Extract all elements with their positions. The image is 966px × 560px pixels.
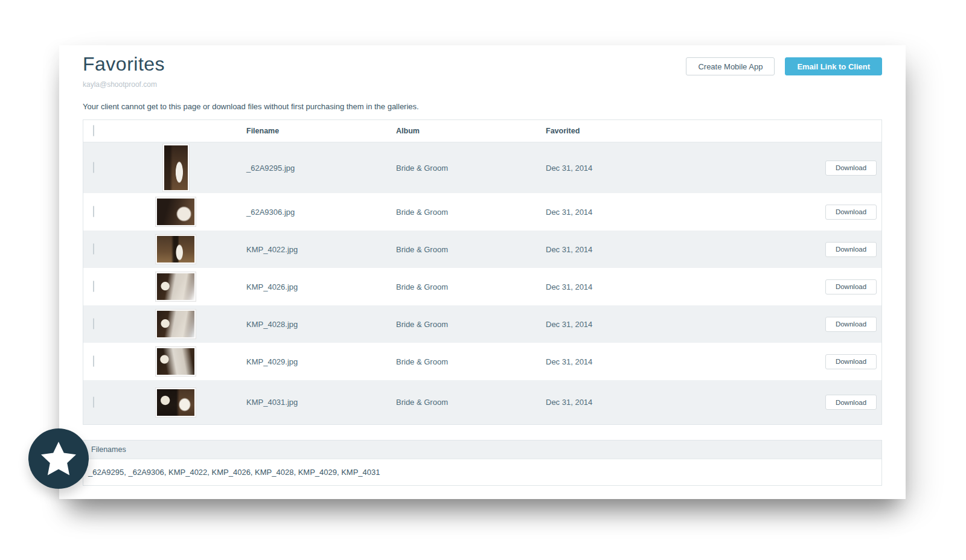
table-row: KMP_4031.jpg Bride & Groom Dec 31, 2014 … — [83, 380, 881, 424]
cell-album: Bride & Groom — [387, 398, 538, 407]
cell-filename: _62A9295.jpg — [236, 164, 387, 173]
photo-thumbnail — [163, 144, 189, 191]
table-row: KMP_4022.jpg Bride & Groom Dec 31, 2014 … — [83, 231, 881, 268]
column-header-album: Album — [387, 127, 538, 135]
cell-album: Bride & Groom — [387, 164, 538, 173]
favorites-card: Favorites kayla@shootproof.com Create Mo… — [59, 45, 906, 499]
cell-filename: KMP_4028.jpg — [236, 320, 387, 329]
download-button[interactable]: Download — [825, 354, 877, 369]
client-access-note: Your client cannot get to this page or d… — [83, 102, 419, 111]
table-header-row: Filename Album Favorited — [83, 120, 881, 142]
cell-album: Bride & Groom — [387, 245, 538, 254]
cell-favorited: Dec 31, 2014 — [538, 208, 808, 217]
star-icon — [40, 441, 77, 477]
filenames-panel: Filenames _62A9295, _62A9306, KMP_4022, … — [83, 440, 882, 486]
row-checkbox[interactable] — [93, 243, 94, 255]
row-checkbox[interactable] — [93, 396, 94, 408]
cell-filename: _62A9306.jpg — [236, 208, 387, 217]
download-button[interactable]: Download — [825, 279, 877, 294]
create-mobile-app-button[interactable]: Create Mobile App — [686, 57, 775, 75]
table-row: _62A9306.jpg Bride & Groom Dec 31, 2014 … — [83, 193, 881, 231]
table-row: _62A9295.jpg Bride & Groom Dec 31, 2014 … — [83, 142, 881, 193]
cell-album: Bride & Groom — [387, 208, 538, 217]
cell-favorited: Dec 31, 2014 — [538, 320, 808, 329]
filenames-panel-header: Filenames — [83, 441, 881, 459]
table-row: KMP_4029.jpg Bride & Groom Dec 31, 2014 … — [83, 343, 881, 380]
cell-album: Bride & Groom — [387, 282, 538, 291]
row-checkbox[interactable] — [93, 206, 94, 217]
filenames-list: _62A9295, _62A9306, KMP_4022, KMP_4026, … — [83, 459, 881, 485]
photo-thumbnail — [156, 197, 196, 226]
cell-favorited: Dec 31, 2014 — [538, 164, 808, 173]
download-button[interactable]: Download — [825, 161, 877, 176]
photo-thumbnail — [156, 272, 196, 301]
table-row: KMP_4028.jpg Bride & Groom Dec 31, 2014 … — [83, 305, 881, 343]
photo-thumbnail — [156, 235, 196, 264]
photo-thumbnail — [156, 310, 196, 339]
table-row: KMP_4026.jpg Bride & Groom Dec 31, 2014 … — [83, 268, 881, 305]
cell-filename: KMP_4029.jpg — [236, 357, 387, 366]
row-checkbox[interactable] — [93, 355, 94, 367]
cell-filename: KMP_4026.jpg — [236, 282, 387, 291]
download-button[interactable]: Download — [825, 317, 877, 332]
cell-favorited: Dec 31, 2014 — [538, 398, 808, 407]
cell-filename: KMP_4031.jpg — [236, 398, 387, 407]
cell-favorited: Dec 31, 2014 — [538, 245, 808, 254]
column-header-favorited: Favorited — [538, 127, 808, 135]
cell-filename: KMP_4022.jpg — [236, 245, 387, 254]
cell-album: Bride & Groom — [387, 320, 538, 329]
cell-favorited: Dec 31, 2014 — [538, 357, 808, 366]
favorites-star-badge — [28, 428, 89, 489]
photo-thumbnail — [156, 347, 196, 376]
download-button[interactable]: Download — [825, 395, 877, 410]
select-all-checkbox[interactable] — [93, 125, 94, 136]
download-button[interactable]: Download — [825, 242, 877, 257]
cell-favorited: Dec 31, 2014 — [538, 282, 808, 291]
column-header-filename: Filename — [236, 127, 387, 135]
favorites-table: Filename Album Favorited _62A9295.jpg Br… — [83, 119, 882, 425]
row-checkbox[interactable] — [93, 162, 94, 173]
row-checkbox[interactable] — [93, 281, 94, 292]
page-title: Favorites — [83, 53, 165, 75]
photo-thumbnail — [156, 388, 196, 417]
email-link-to-client-button[interactable]: Email Link to Client — [785, 57, 882, 75]
row-checkbox[interactable] — [93, 318, 94, 329]
client-email: kayla@shootproof.com — [83, 80, 157, 89]
top-actions: Create Mobile App Email Link to Client — [686, 57, 882, 75]
cell-album: Bride & Groom — [387, 357, 538, 366]
download-button[interactable]: Download — [825, 205, 877, 220]
